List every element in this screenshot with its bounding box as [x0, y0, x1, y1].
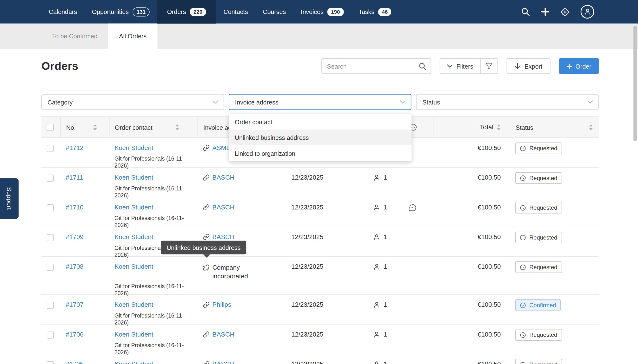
order-number-link[interactable]: #1708	[66, 263, 84, 270]
order-total: €100.50	[433, 360, 501, 364]
link-icon	[203, 331, 209, 338]
tab-to-be-confirmed[interactable]: To be Confirmed	[42, 24, 108, 49]
row-checkbox[interactable]	[47, 145, 54, 152]
nav-item-opportunities[interactable]: Opportunities 131	[85, 0, 157, 24]
chevron-down-icon	[213, 100, 218, 104]
invoice-address-text: Company incorporated	[212, 263, 256, 280]
participants-count: 1	[384, 233, 387, 241]
header-no[interactable]: No.	[60, 117, 109, 138]
order-number-link[interactable]: #1712	[66, 144, 84, 152]
row-checkbox[interactable]	[47, 264, 54, 271]
order-contact-link[interactable]: Koen Student	[114, 263, 153, 270]
unlinked-address-tooltip: Unlinked business address	[161, 241, 246, 254]
export-button[interactable]: Export	[507, 58, 550, 74]
nav-label-courses: Courses	[263, 8, 286, 15]
order-number-link[interactable]: #1706	[66, 331, 84, 338]
vertical-scrollbar-thumb[interactable]	[633, 26, 637, 141]
order-contact-link[interactable]: Koen Student	[114, 233, 153, 240]
filters-label: Filters	[456, 62, 473, 70]
tab-all-orders[interactable]: All Orders	[108, 24, 157, 49]
invoice-address-link[interactable]: BASCH	[212, 204, 235, 211]
sort-icon[interactable]	[175, 124, 179, 130]
invoice-address-link[interactable]: ASML	[212, 144, 230, 152]
table-row: #1710 Koen Student Git for Professionals…	[42, 198, 599, 227]
dropdown-option-linked-to-organization[interactable]: Linked to organization	[229, 146, 412, 161]
user-avatar[interactable]	[581, 5, 594, 19]
order-number-link[interactable]: #1710	[66, 204, 84, 211]
nav-item-orders[interactable]: Orders 220	[157, 0, 216, 24]
invoice-address-link[interactable]: BASCH	[212, 233, 235, 241]
search-submit-icon[interactable]	[414, 59, 431, 74]
funnel-icon[interactable]	[480, 59, 498, 74]
order-contact-link[interactable]: Koen Student	[114, 331, 153, 338]
status-badge: Confirmed	[515, 299, 561, 311]
filters-main[interactable]: Filters	[440, 59, 480, 74]
status-select-value: Status	[422, 98, 440, 106]
status-label: Requested	[529, 204, 557, 211]
tab-to-be-confirmed-label: To be Confirmed	[52, 32, 98, 40]
invoice-address-select[interactable]: Invoice address	[229, 94, 411, 110]
order-date: 12/23/2025	[286, 263, 368, 270]
order-contact-link[interactable]: Koen Student	[114, 144, 153, 151]
nav-item-courses[interactable]: Courses	[255, 0, 293, 24]
status-requested-icon	[520, 175, 526, 181]
header-total[interactable]: Total	[433, 117, 501, 138]
top-navigation: Calendars Opportunities 131 Orders 220 C…	[0, 0, 638, 24]
nav-item-contacts[interactable]: Contacts	[216, 0, 255, 24]
participants-count: 1	[384, 360, 387, 364]
order-total: €100.50	[433, 174, 501, 181]
support-tab[interactable]: Support	[0, 178, 19, 219]
row-checkbox[interactable]	[47, 302, 54, 309]
row-checkbox[interactable]	[47, 174, 54, 182]
chat-bubble-icon[interactable]	[408, 204, 417, 212]
row-checkbox[interactable]	[47, 332, 54, 338]
header-status-label: Status	[516, 124, 533, 131]
chevron-down-icon	[447, 64, 452, 68]
status-select[interactable]: Status	[416, 94, 599, 110]
order-number-link[interactable]: #1711	[66, 174, 83, 181]
invoice-address-link[interactable]: BASCH	[212, 174, 235, 181]
row-checkbox[interactable]	[47, 234, 54, 241]
nav-label-invoices: Invoices	[301, 8, 323, 15]
chevron-down-icon	[588, 100, 593, 104]
unlink-icon[interactable]	[203, 264, 209, 271]
invoice-address-link[interactable]: BASCH	[212, 360, 235, 364]
sort-icon[interactable]	[93, 124, 97, 130]
nav-item-invoices[interactable]: Invoices 190	[293, 0, 351, 24]
row-checkbox[interactable]	[47, 361, 54, 364]
dropdown-option-unlinked-business-address[interactable]: Unlinked business address	[229, 130, 412, 146]
header-status[interactable]: Status	[501, 117, 599, 138]
main-content: Orders Filters Export	[0, 49, 638, 364]
nav-item-tasks[interactable]: Tasks 46	[351, 0, 399, 24]
new-order-button[interactable]: Order	[559, 58, 599, 74]
invoice-address-link[interactable]: BASCH	[212, 331, 235, 338]
order-contact-link[interactable]: Koen Student	[114, 360, 153, 364]
header-notes[interactable]	[408, 117, 433, 138]
category-select[interactable]: Category	[42, 94, 224, 110]
header-order-contact[interactable]: Order contact	[109, 117, 198, 138]
dropdown-option-order-contact[interactable]: Order contact	[229, 114, 412, 130]
invoice-address-link[interactable]: Philips	[212, 301, 231, 308]
order-number-link[interactable]: #1707	[66, 301, 84, 308]
status-requested-icon	[520, 332, 526, 338]
order-number-link[interactable]: #1705	[66, 360, 84, 364]
plus-icon[interactable]	[541, 8, 550, 16]
nav-item-calendars[interactable]: Calendars	[42, 0, 85, 24]
order-contact-link[interactable]: Koen Student	[114, 174, 153, 181]
order-contact-link[interactable]: Koen Student	[114, 301, 153, 308]
status-badge: Requested	[515, 262, 562, 273]
row-checkbox[interactable]	[47, 204, 54, 211]
filters-button[interactable]: Filters	[440, 58, 498, 74]
search-input[interactable]	[322, 62, 414, 70]
sort-icon[interactable]	[497, 124, 501, 130]
status-badge: Requested	[515, 329, 562, 341]
order-number-link[interactable]: #1709	[66, 233, 84, 241]
category-select-value: Category	[48, 98, 73, 106]
gear-icon[interactable]	[561, 8, 569, 16]
select-all-checkbox[interactable]	[47, 124, 54, 131]
order-date: 12/23/2025	[286, 301, 368, 308]
sort-icon[interactable]	[589, 124, 593, 130]
search-icon[interactable]	[521, 8, 530, 16]
order-contact-link[interactable]: Koen Student	[114, 204, 153, 211]
participants-count: 1	[384, 174, 387, 181]
